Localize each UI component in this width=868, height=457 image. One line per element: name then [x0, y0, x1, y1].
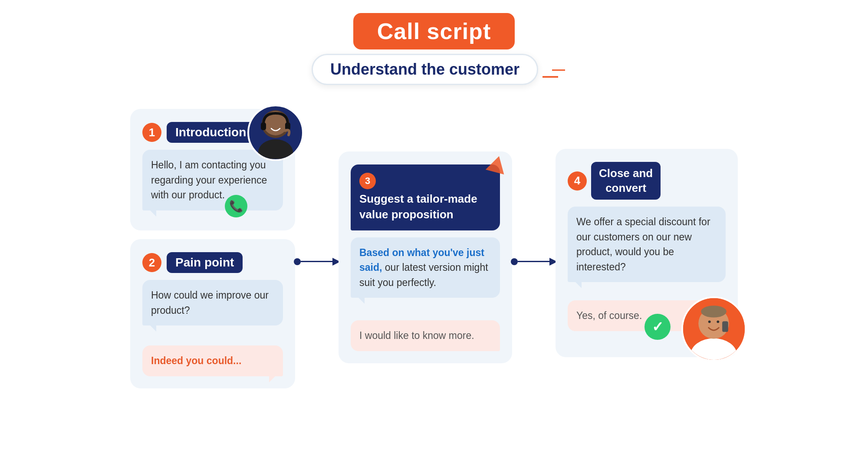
arrow-2 [512, 258, 556, 265]
svg-rect-11 [722, 322, 728, 332]
dot-arrow-1 [294, 258, 340, 265]
agent-svg [250, 107, 302, 159]
phone-icon: 📞 [229, 200, 243, 213]
svg-rect-3 [261, 122, 266, 130]
step3-label: Suggest a tailor-made value proposition [359, 191, 491, 223]
customer-svg [683, 297, 745, 360]
step2-customer-bubble: Indeed you could... [142, 345, 283, 376]
dot-1 [294, 258, 301, 265]
step3-agent-bubble: Based on what you've just said, our late… [351, 237, 500, 298]
svg-point-1 [258, 139, 293, 159]
step1-agent-bubble: Hello, I am contacting you regarding you… [142, 150, 283, 210]
step4-badge: 4 Close and convert [568, 162, 726, 200]
svg-point-9 [708, 321, 711, 323]
step3-customer-bubble: I would like to know more. [351, 320, 500, 351]
step4-label: Close and convert [591, 162, 661, 200]
svg-point-8 [701, 306, 727, 317]
step3-header: 3 Suggest a tailor-made value propositio… [351, 164, 500, 230]
step4-number: 4 [568, 171, 587, 191]
arrow-line-1 [301, 261, 340, 262]
step2-badge: 2 Pain point [142, 252, 283, 273]
phone-icon-circle: 📞 [225, 195, 247, 217]
svg-point-10 [717, 321, 719, 323]
step1-label: Introduction [167, 122, 255, 143]
main-content-row: 1 Introduction Hello, I am contacting yo… [26, 109, 842, 388]
dot-arrow-2 [511, 258, 557, 265]
panel-left: 1 Introduction Hello, I am contacting yo… [130, 109, 295, 388]
agent-avatar-2 [681, 296, 746, 362]
dot-2 [511, 258, 518, 265]
arrow-line-2 [518, 261, 557, 262]
step2-number: 2 [142, 253, 161, 272]
panel-pain-point: 2 Pain point How could we improve our pr… [130, 239, 295, 388]
triangle-decoration [486, 154, 508, 174]
page-title: Call script [353, 13, 515, 49]
subtitle-pill: Understand the customer [312, 54, 538, 85]
check-circle: ✓ [644, 314, 671, 340]
step1-number: 1 [142, 123, 161, 142]
step3-number: 3 [359, 173, 376, 189]
panel-step3: 3 Suggest a tailor-made value propositio… [339, 151, 512, 363]
step4-agent-bubble: We offer a special discount for our cust… [568, 207, 726, 282]
panel-step4: 4 Close and convert We offer a special d… [556, 149, 738, 357]
panel-introduction: 1 Introduction Hello, I am contacting yo… [130, 109, 295, 230]
agent-avatar-1 [247, 105, 304, 161]
step2-label: Pain point [167, 252, 243, 273]
arrow-1 [295, 258, 339, 265]
step2-agent-bubble: How could we improve our product? [142, 280, 283, 325]
